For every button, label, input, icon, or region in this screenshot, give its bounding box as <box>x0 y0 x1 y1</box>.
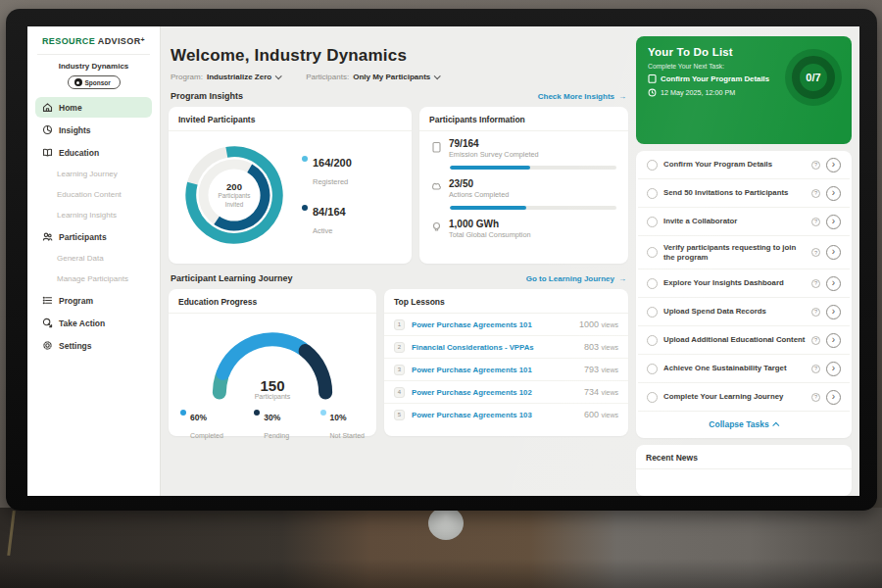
legend-not-started: 10% Not Started <box>320 407 365 442</box>
sidebar-item-participants[interactable]: Participants <box>35 226 152 247</box>
legend-dot <box>320 410 326 416</box>
sidebar-item-insights[interactable]: Insights <box>35 120 152 140</box>
learning-journey-header: Participant Learning Journey Go to Learn… <box>171 273 626 283</box>
list-icon <box>42 295 53 306</box>
arrow-right-icon: → <box>618 274 626 283</box>
task-go-button[interactable]: › <box>826 305 841 319</box>
help-icon[interactable]: ? <box>811 279 820 288</box>
link-label: Go to Learning Journey <box>526 274 614 283</box>
task-go-button[interactable]: › <box>826 186 841 201</box>
help-icon[interactable]: ? <box>811 189 820 198</box>
program-filter[interactable]: Program: Industrialize Zero <box>171 73 280 81</box>
lesson-views-count: 734 <box>584 387 599 397</box>
task-go-button[interactable]: › <box>826 158 841 172</box>
sidebar-item-manage-participants[interactable]: Manage Participants <box>35 270 152 288</box>
lesson-link[interactable]: Power Purchase Agreements 101 <box>412 366 577 374</box>
task-go-button[interactable]: › <box>826 215 841 229</box>
stat-total-consumption: 1,000 GWh Total Global Consumption <box>419 212 628 241</box>
task-checkbox[interactable] <box>647 392 658 403</box>
help-icon[interactable]: ? <box>811 308 820 317</box>
sidebar-item-settings[interactable]: Settings <box>35 335 152 356</box>
help-icon[interactable]: ? <box>811 365 820 373</box>
donut-chart: 200 Participants Invited <box>176 137 292 253</box>
sidebar-item-learning-insights[interactable]: Learning Insights <box>35 206 152 224</box>
sidebar-item-learning-journey[interactable]: Learning Journey <box>35 165 152 183</box>
collapse-tasks-link[interactable]: Collapse Tasks <box>638 412 850 438</box>
arrow-right-icon: → <box>618 92 626 101</box>
lesson-views-suffix: views <box>601 389 618 396</box>
task-label: Achieve One Sustainability Target <box>663 364 806 373</box>
sidebar-item-education[interactable]: Education <box>35 142 152 163</box>
go-to-learning-journey-link[interactable]: Go to Learning Journey → <box>526 274 626 283</box>
sponsor-badge[interactable]: Sponsor <box>68 75 121 89</box>
lesson-row: 4 Power Purchase Agreements 102 734 view… <box>384 381 628 404</box>
task-checkbox[interactable] <box>647 307 658 318</box>
task-go-button[interactable]: › <box>826 390 841 405</box>
content-area: Welcome, Industry Dynamics Program: Indu… <box>161 26 859 496</box>
program-filter-label: Program: <box>171 73 203 81</box>
legend-label: Completed <box>190 432 223 439</box>
sidebar-item-label: Education Content <box>57 190 122 199</box>
monitor-bezel: RESOURCE ADVISOR+ Industry Dynamics Spon… <box>6 9 877 511</box>
task-go-button[interactable]: › <box>826 333 841 348</box>
lesson-link[interactable]: Financial Considerations - VPPAs <box>412 343 577 352</box>
lesson-link[interactable]: Power Purchase Agreements 101 <box>412 320 572 329</box>
task-checkbox[interactable] <box>647 217 658 227</box>
participants-filter[interactable]: Participants: Only My Participants <box>306 73 439 81</box>
link-label: Check More Insights <box>538 92 614 101</box>
stat-value: 79/164 <box>449 138 539 149</box>
task-go-button[interactable]: › <box>826 245 841 260</box>
task-go-button[interactable]: › <box>826 362 841 376</box>
help-icon[interactable]: ? <box>811 336 820 345</box>
task-checkbox[interactable] <box>647 160 658 171</box>
task-checkbox[interactable] <box>647 364 658 374</box>
task-checkbox[interactable] <box>647 278 658 289</box>
task-label: Explore Your Insights Dashboard <box>663 278 806 288</box>
insights-cards-row: Invited Participants 200 Partic <box>169 107 628 264</box>
task-checkbox[interactable] <box>647 247 658 258</box>
task-row: Confirm Your Program Details ? › <box>638 151 850 179</box>
task-checkbox[interactable] <box>647 335 658 346</box>
task-go-button[interactable]: › <box>826 276 841 291</box>
sponsor-icon <box>74 78 82 86</box>
lesson-link[interactable]: Power Purchase Agreements 102 <box>412 388 577 397</box>
card-title: Invited Participants <box>169 107 412 131</box>
sidebar-item-general-data[interactable]: General Data <box>35 249 152 268</box>
todo-tasks-card: Confirm Your Program Details ? › Send 50… <box>636 151 852 438</box>
help-icon[interactable]: ? <box>811 161 820 170</box>
sidebar-item-label: Program <box>59 296 93 306</box>
task-label: Upload Additional Educational Content <box>663 335 806 345</box>
lesson-link[interactable]: Power Purchase Agreements 103 <box>412 411 577 419</box>
task-label: Send 50 Invitations to Participants <box>663 188 806 198</box>
todo-counter: 0/7 <box>806 72 820 83</box>
education-progress-card: Education Progress 150 Participants <box>169 289 376 436</box>
help-icon[interactable]: ? <box>811 218 820 226</box>
lesson-views-count: 793 <box>584 365 599 374</box>
participants-information-card: Participants Information 79/164 Emission… <box>419 107 628 264</box>
sidebar-item-home[interactable]: Home <box>35 97 152 118</box>
sidebar-item-program[interactable]: Program <box>35 290 152 311</box>
help-icon[interactable]: ? <box>811 248 820 257</box>
check-more-insights-link[interactable]: Check More Insights → <box>538 92 626 101</box>
sidebar-item-label: Home <box>59 103 82 113</box>
legend-value: 164/200 <box>313 157 352 169</box>
card-title: Recent News <box>636 445 852 469</box>
home-icon <box>42 102 53 113</box>
lesson-rank: 3 <box>394 365 405 375</box>
lesson-views-suffix: views <box>601 367 618 373</box>
task-checkbox[interactable] <box>647 188 658 199</box>
bulb-icon <box>431 221 442 233</box>
sidebar-item-education-content[interactable]: Education Content <box>35 185 152 204</box>
help-icon[interactable]: ? <box>811 393 820 402</box>
gauge-chart: 150 Participants <box>199 318 346 400</box>
task-row: Invite a Collaborator ? › <box>638 208 850 236</box>
progress-bar <box>450 206 616 210</box>
sidebar-item-take-action[interactable]: Take Action <box>35 313 152 333</box>
lesson-row: 2 Financial Considerations - VPPAs 803 v… <box>384 336 628 359</box>
task-row: Upload Additional Educational Content ? … <box>638 326 850 355</box>
legend-label: Not Started <box>330 432 365 439</box>
divider <box>37 54 150 55</box>
legend-value: 60% <box>190 413 207 422</box>
monitor-stand <box>428 507 464 540</box>
gauge-center-label: 150 Participants <box>199 378 346 400</box>
